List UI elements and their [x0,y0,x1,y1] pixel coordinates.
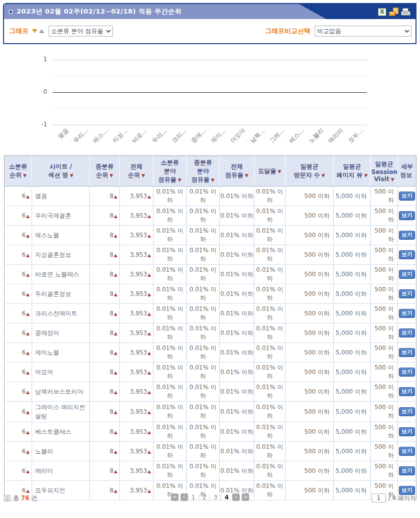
cell-value: 0.01% 이하 [256,266,284,282]
cell-value: 0.01% 이하 [190,325,217,340]
table-row: 6▲남북러브스토리아8▲3,953▲0.01% 이하0.01% 이하0.01% … [5,382,416,402]
cell-value: 5,000 이하 [336,212,367,219]
site-name: 노블리 [35,448,53,455]
rank-up-icon: ▲ [26,311,30,316]
mail-send-icon[interactable] [389,8,398,16]
cell-value: 0.01% 이하 [157,404,184,419]
col-header-reach[interactable]: 도달율▼ [254,156,286,187]
cell-value: 0.01% 이하 [190,384,217,399]
graph-compare-select[interactable]: 비교없음 [315,26,411,37]
print-icon[interactable] [401,8,410,16]
cell-value: 0.01% 이하 [256,208,284,223]
cell-value: 500 이하 [374,443,394,459]
view-button[interactable]: 보기 [399,407,415,416]
cell-value: 0.01% 이하 [190,463,217,478]
view-button[interactable]: 보기 [399,348,415,357]
cell-value: 6 [22,271,26,278]
site-name: 어모어 [35,369,53,376]
cell-value: 8 [109,448,113,455]
col-header-rank-mid[interactable]: 중분류 순위▼ [90,156,120,187]
gridline [53,108,367,109]
site-name: 그레이스 메리지컨설팅 [35,404,85,420]
page-number-3[interactable]: 3 [212,494,219,501]
view-button[interactable]: 보기 [399,328,415,337]
cell-value: 3,953 [130,349,147,356]
view-button[interactable]: 보기 [399,211,415,220]
rank-up-icon: ▲ [114,311,117,316]
graph-type-select[interactable]: 소분류 분야 점유율 [49,26,113,37]
view-button[interactable]: 보기 [399,270,415,279]
view-button[interactable]: 보기 [399,387,415,396]
sort-icon: ▼ [23,173,27,178]
cell-value: 0.01% 이하 [220,251,253,258]
view-button[interactable]: 보기 [399,447,415,456]
col-header-rank-small[interactable]: 소분류 순위▼ [5,156,32,187]
view-button[interactable]: 보기 [399,250,415,259]
view-button[interactable]: 보기 [399,192,415,201]
cell-value: 500 이하 [304,232,330,239]
cell-value: 3,953 [130,329,147,336]
cell-value: 0.01% 이하 [190,188,217,204]
cell-value: 0.01% 이하 [256,443,284,459]
col-header-daily-visitors[interactable]: 일평균 방문자 수▼ [286,156,334,187]
prev-page-button[interactable]: ‹ [180,493,188,501]
col-header-rank-total[interactable]: 전체 순위▼ [120,156,154,187]
view-button[interactable]: 보기 [399,231,415,240]
total-count-group: 총 76 건 [4,494,37,502]
view-button[interactable]: 보기 [399,368,415,377]
cell-value: 0.01% 이하 [220,212,253,219]
cell-value: 0.01% 이하 [256,325,284,340]
cell-value: 0.01% 이하 [256,364,284,380]
site-name: 제이노블 [35,349,59,356]
page-number-1[interactable]: 1 [190,494,197,501]
rank-up-icon: ▲ [114,469,117,474]
rank-up-icon: ▲ [148,331,151,336]
rank-up-icon: ▲ [114,390,117,395]
cell-value: 0.01% 이하 [190,424,217,439]
cell-value: 0.01% 이하 [256,305,284,321]
cell-value: 500 이하 [374,364,394,380]
col-header-share-mid[interactable]: 중분류 분야 점유율▼ [187,156,220,187]
cell-value: 500 이하 [304,408,330,415]
view-button[interactable]: 보기 [399,427,415,436]
sort-descending-icon[interactable] [32,29,37,33]
col-header-daily-session[interactable]: 일평균 Session Visit▼ [371,156,398,187]
table-row: 6▲에스노블8▲3,953▲0.01% 이하0.01% 이하0.01% 이하0.… [5,226,416,245]
view-button[interactable]: 보기 [399,466,415,475]
cell-value: 8 [109,349,113,356]
rank-up-icon: ▲ [114,430,117,435]
rank-up-icon: ▲ [114,351,117,356]
col-header-share-total[interactable]: 전체 점유율▼ [220,156,254,187]
view-button[interactable]: 보기 [399,309,415,318]
cell-value: 500 이하 [374,208,394,223]
excel-export-icon[interactable]: X [378,8,386,16]
col-header-share-small[interactable]: 소분류 분야 점유율▼ [154,156,187,187]
rank-up-icon: ▲ [26,449,30,454]
cell-value: 0.01% 이하 [256,247,284,262]
page-number-2[interactable]: 2 [201,494,208,501]
graph-label: 그래프 [9,27,29,36]
cell-value: 6 [22,467,26,474]
table-row: 6▲메리미8▲3,953▲0.01% 이하0.01% 이하0.01% 이하0.0… [5,461,416,481]
cell-value: 3,953 [130,428,147,435]
cell-value: 0.01% 이하 [157,463,184,478]
table-row: 6▲크리스천메이트8▲3,953▲0.01% 이하0.01% 이하0.01% 이… [5,304,416,323]
rank-up-icon: ▲ [114,331,117,336]
cell-value: 0.01% 이하 [220,271,253,278]
col-header-daily-pageviews[interactable]: 일평균 페이지 뷰▼ [334,156,371,187]
cell-value: 0.01% 이하 [256,384,284,399]
page-input[interactable] [372,493,386,502]
rank-up-icon: ▲ [114,272,117,277]
cell-value: 0.01% 이하 [220,369,253,376]
page-number-4[interactable]: 4 [223,494,230,501]
cell-value: 500 이하 [304,290,330,297]
first-page-button[interactable]: « [171,493,178,501]
sort-ascending-icon[interactable] [39,29,44,33]
view-button[interactable]: 보기 [399,289,415,298]
cell-value: 0.01% 이하 [220,193,253,200]
cell-value: 3,953 [130,271,147,278]
next-page-button[interactable]: › [232,493,240,501]
last-page-button[interactable]: » [242,493,249,501]
cell-value: 8 [109,329,113,336]
col-header-site-name[interactable]: 사이트 / 섹션 명▼ [32,156,90,187]
